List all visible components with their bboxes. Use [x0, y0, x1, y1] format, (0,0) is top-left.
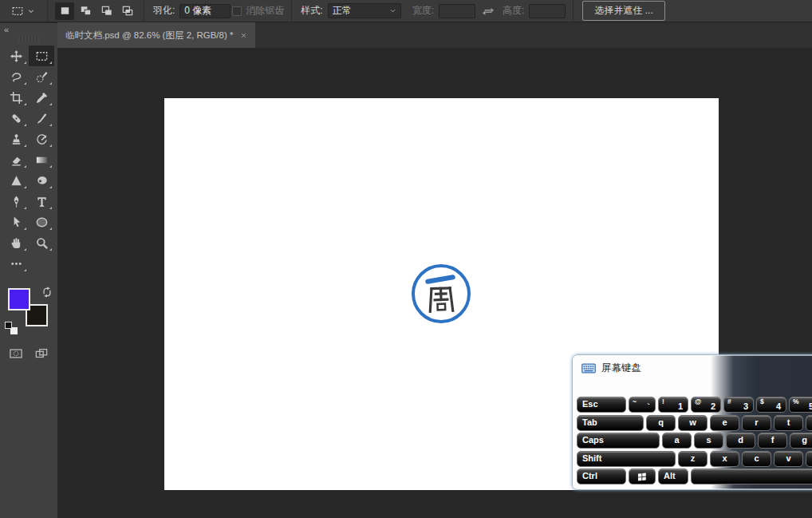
tool-rectangular-marquee[interactable] — [29, 45, 54, 66]
gradient-icon — [35, 153, 49, 167]
swap-colors-icon[interactable] — [41, 287, 53, 298]
tool-spot-healing-brush[interactable] — [3, 108, 29, 129]
key-esc[interactable]: Esc — [577, 397, 626, 413]
key-r[interactable]: r — [742, 415, 771, 431]
tool-move[interactable] — [3, 45, 29, 66]
quick-selection-icon — [35, 70, 49, 84]
tool-ellipse-shape[interactable] — [29, 212, 54, 232]
tool-pen[interactable] — [3, 191, 29, 212]
key-g[interactable]: g — [790, 433, 812, 449]
foreground-color-swatch[interactable] — [8, 288, 30, 310]
tool-sharpen[interactable] — [3, 170, 29, 191]
subtract-from-selection-button[interactable] — [97, 2, 116, 20]
key-3[interactable]: #3 — [723, 397, 754, 413]
key-backtick[interactable]: ~` — [629, 397, 656, 413]
height-input — [529, 4, 566, 18]
new-selection-button[interactable] — [55, 2, 74, 20]
quick-mask-button[interactable] — [9, 347, 23, 360]
key-t[interactable]: t — [774, 415, 803, 431]
key-a[interactable]: a — [662, 433, 692, 449]
osk-titlebar[interactable]: 屏幕键盘 — [577, 359, 812, 377]
key-4[interactable]: $4 — [756, 397, 786, 413]
type-icon — [35, 195, 49, 208]
tool-history-brush[interactable] — [29, 129, 54, 149]
style-label: 样式: — [301, 4, 322, 18]
key-space[interactable] — [691, 469, 812, 484]
tool-preset-button[interactable] — [6, 3, 40, 19]
keyboard-icon — [581, 363, 596, 374]
key-ctrl[interactable]: Ctrl — [577, 469, 626, 484]
intersect-with-selection-button[interactable] — [117, 2, 136, 20]
default-colors-icon[interactable] — [5, 322, 18, 334]
document-tab[interactable]: 临时文档.psd @ 82.6% (图层 2, RGB/8) * — [57, 22, 255, 48]
select-and-mask-button[interactable]: 选择并遮住 ... — [582, 1, 664, 21]
osk-title: 屏幕键盘 — [601, 362, 641, 375]
logo-zhou-character — [425, 283, 456, 314]
key-caps[interactable]: Caps — [577, 433, 660, 449]
key-v[interactable]: v — [774, 451, 803, 467]
key-c[interactable]: c — [742, 451, 771, 467]
collapse-panel-button[interactable]: « — [4, 25, 9, 34]
style-select[interactable]: 正常 — [328, 3, 401, 18]
key-d[interactable]: d — [726, 433, 755, 449]
key-z[interactable]: z — [678, 451, 708, 467]
divider — [47, 0, 48, 22]
tool-dodge[interactable] — [29, 170, 54, 191]
tool-hand[interactable] — [3, 232, 29, 253]
lasso-icon — [10, 70, 23, 84]
rectangular-marquee-icon — [11, 5, 24, 18]
feather-input[interactable] — [179, 4, 231, 18]
close-tab-icon[interactable] — [240, 32, 247, 39]
key-y[interactable]: y — [806, 415, 812, 431]
style-select-value: 正常 — [333, 4, 352, 18]
tool-edit-toolbar-ellipsis[interactable] — [3, 253, 29, 274]
height-label: 高度: — [503, 4, 524, 18]
key-win[interactable] — [629, 469, 656, 484]
key-1[interactable]: !1 — [658, 397, 688, 413]
width-input — [439, 4, 475, 18]
key-s[interactable]: s — [694, 433, 723, 449]
new-selection-icon — [58, 4, 72, 18]
tool-crop[interactable] — [3, 87, 29, 108]
antialias-checkbox — [232, 6, 242, 16]
dodge-icon — [35, 174, 49, 188]
zoom-icon — [35, 236, 49, 250]
move-icon — [10, 49, 23, 63]
key-f[interactable]: f — [758, 433, 787, 449]
key-5[interactable]: %5 — [789, 397, 812, 413]
key-x[interactable]: x — [710, 451, 739, 467]
divider — [144, 0, 144, 22]
key-2[interactable]: @2 — [691, 397, 721, 413]
screen-mode-button[interactable] — [34, 347, 49, 360]
key-b[interactable]: b — [806, 451, 812, 467]
chevron-down-icon — [389, 7, 396, 14]
path-selection-icon — [10, 216, 23, 229]
tool-zoom[interactable] — [29, 232, 54, 253]
tool-clone-stamp[interactable] — [3, 129, 29, 149]
hand-icon — [10, 236, 23, 250]
tool-quick-selection[interactable] — [29, 66, 54, 87]
document-tab-title: 临时文档.psd @ 82.6% (图层 2, RGB/8) * — [65, 30, 233, 42]
panel-grip[interactable] — [18, 36, 39, 42]
tool-brush[interactable] — [29, 108, 54, 129]
swap-dimensions-icon[interactable] — [482, 5, 495, 18]
tool-path-selection[interactable] — [3, 212, 29, 232]
logo-dash-stroke — [425, 275, 455, 285]
key-shift[interactable]: Shift — [577, 451, 676, 467]
tool-gradient[interactable] — [29, 149, 54, 170]
feather-label: 羽化: — [153, 4, 175, 18]
key-e[interactable]: e — [710, 415, 739, 431]
key-alt[interactable]: Alt — [658, 469, 688, 484]
tool-lasso[interactable] — [3, 66, 29, 87]
intersect-with-selection-icon — [120, 4, 134, 18]
tool-type[interactable] — [29, 191, 54, 212]
add-to-selection-button[interactable] — [76, 2, 95, 20]
tool-eyedropper[interactable] — [29, 87, 54, 108]
tool-eraser[interactable] — [3, 149, 29, 170]
eraser-icon — [10, 153, 23, 167]
key-q[interactable]: q — [646, 415, 676, 431]
key-tab[interactable]: Tab — [577, 415, 644, 431]
on-screen-keyboard-window: 屏幕键盘 Esc~`!1@2#3$4%5TabqwertyCapsasdfgSh… — [572, 354, 812, 490]
key-w[interactable]: w — [678, 415, 708, 431]
divider — [291, 0, 292, 22]
